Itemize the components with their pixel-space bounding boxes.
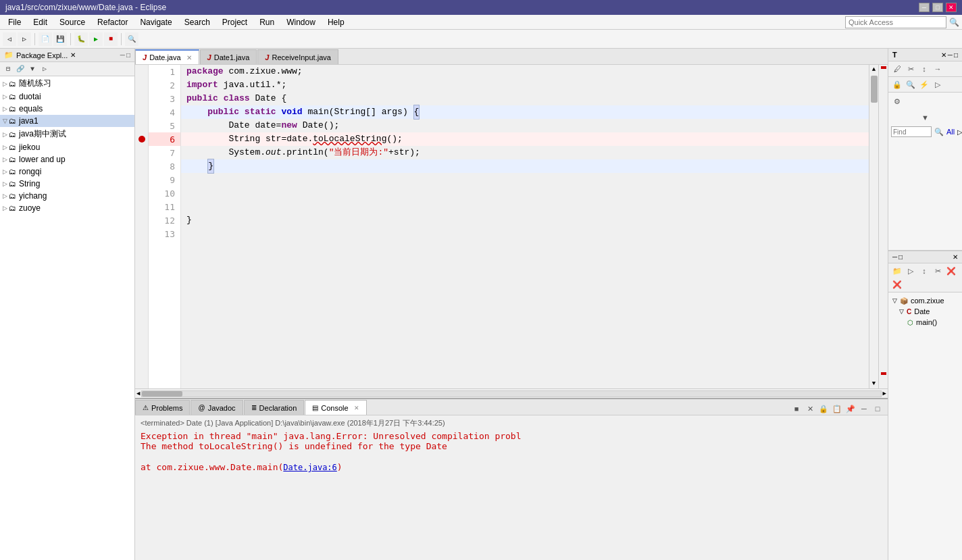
find-next-icon[interactable]: ▷ xyxy=(957,128,962,136)
editor-hscrollbar[interactable]: ◀ ▶ xyxy=(135,388,888,398)
outline-btn-4[interactable]: ✂ xyxy=(932,265,944,277)
toolbar-btn-debug[interactable]: 🐛 xyxy=(74,32,88,46)
tab-javadoc[interactable]: @ Javadoc xyxy=(191,400,243,415)
menu-navigate[interactable]: Navigate xyxy=(134,16,177,28)
outline-item-com-zixue[interactable]: ▽ 📦 com.zixue xyxy=(891,295,959,306)
rp-gear-icon[interactable]: ⚙ xyxy=(891,95,903,107)
menu-source[interactable]: Source xyxy=(54,16,91,28)
rp-btn-5[interactable]: 🔒 xyxy=(891,78,903,91)
console-clear-btn[interactable]: ✕ xyxy=(804,403,816,415)
console-maximize-btn[interactable]: □ xyxy=(871,403,884,415)
outline-btn-2[interactable]: ▷ xyxy=(905,265,917,277)
maximize-button[interactable]: □ xyxy=(932,3,943,12)
scroll-right-btn[interactable]: ▶ xyxy=(882,390,888,397)
menu-file[interactable]: File xyxy=(3,16,26,28)
rph-min-icon[interactable]: ─ xyxy=(948,51,953,59)
outline-btn-3[interactable]: ↕ xyxy=(918,265,930,277)
menu-search[interactable]: Search xyxy=(179,16,216,28)
toolbar-btn-save[interactable]: 💾 xyxy=(53,32,67,46)
menu-help[interactable]: Help xyxy=(322,16,350,28)
sidebar-filter-btn[interactable]: ▷ xyxy=(39,63,50,74)
tab-date-java[interactable]: J Date.java ✕ xyxy=(135,49,199,64)
toolbar-btn-forward[interactable]: ▷ xyxy=(18,32,31,46)
console-scroll-lock-btn[interactable]: 🔒 xyxy=(817,403,830,415)
close-button[interactable]: ✕ xyxy=(946,3,957,12)
tree-item-equals[interactable]: ▷ 🗂 equals xyxy=(0,103,134,115)
tab-declaration[interactable]: ≣ Declaration xyxy=(244,400,305,415)
tab-problems[interactable]: ⚠ Problems xyxy=(135,400,190,415)
rp-btn-8[interactable]: ▷ xyxy=(932,78,944,91)
editor-vscrollbar[interactable]: ▲ ▼ xyxy=(869,65,878,388)
toolbar-btn-search[interactable]: 🔍 xyxy=(125,32,138,46)
menu-run[interactable]: Run xyxy=(254,16,280,28)
scroll-track[interactable] xyxy=(869,74,878,379)
outline-btn-1[interactable]: 📁 xyxy=(891,265,903,277)
rph-max-icon[interactable]: □ xyxy=(954,51,958,59)
code-content[interactable]: package com.zixue.www; import java.util.… xyxy=(181,65,869,388)
rp-btn-7[interactable]: ⚡ xyxy=(918,78,930,91)
toolbar-btn-back[interactable]: ◁ xyxy=(3,32,16,46)
code-line-5: Date date=new Date(); xyxy=(181,119,869,132)
tree-item-jiekou[interactable]: ▷ 🗂 jiekou xyxy=(0,141,134,153)
find-search-icon[interactable]: 🔍 xyxy=(934,128,944,136)
tab-close-icon[interactable]: ✕ xyxy=(186,54,192,61)
rp-btn-2[interactable]: ✂ xyxy=(905,63,917,75)
sidebar-minimize-btn[interactable]: ─ xyxy=(120,51,125,59)
scroll-left-btn[interactable]: ◀ xyxy=(135,390,141,397)
find-all-label[interactable]: All xyxy=(946,128,955,136)
sidebar-link-btn[interactable]: 🔗 xyxy=(15,63,26,74)
toolbar-sep-2 xyxy=(70,33,71,45)
outline-min-icon[interactable]: ─ xyxy=(892,253,897,261)
tab-console[interactable]: ▤ Console ✕ xyxy=(305,400,366,415)
toolbar-btn-new[interactable]: 📄 xyxy=(39,32,52,46)
menu-window[interactable]: Window xyxy=(281,16,321,28)
scroll-thumb[interactable] xyxy=(871,76,878,103)
rp-down-icon[interactable]: ▼ xyxy=(919,111,932,124)
rp-btn-4[interactable]: → xyxy=(932,63,944,75)
hscroll-track[interactable] xyxy=(141,390,881,397)
scroll-down-btn[interactable]: ▼ xyxy=(871,379,877,388)
rp-btn-6[interactable]: 🔍 xyxy=(905,78,917,91)
sidebar-collapse-btn[interactable]: ⊟ xyxy=(3,63,14,74)
sidebar-down-btn[interactable]: ▼ xyxy=(27,63,38,74)
tab-close-console-icon[interactable]: ✕ xyxy=(354,405,359,411)
console-copy-btn[interactable]: 📋 xyxy=(831,403,843,415)
rp-btn-3[interactable]: ↕ xyxy=(918,63,930,75)
outline-x-icon[interactable]: ✕ xyxy=(953,253,958,261)
console-stop-btn[interactable]: ■ xyxy=(790,403,803,415)
tree-item-随机练习[interactable]: ▷ 🗂 随机练习 xyxy=(0,76,134,91)
sidebar-close-icon[interactable]: ✕ xyxy=(70,51,76,59)
outline-max-icon[interactable]: □ xyxy=(898,253,903,261)
hscroll-thumb[interactable] xyxy=(142,391,182,397)
quick-access-input[interactable] xyxy=(845,16,946,28)
tab-receiveinput-java[interactable]: J ReceiveInput.java xyxy=(257,49,338,64)
tab-date1-java[interactable]: J Date1.java xyxy=(200,49,257,64)
menu-project[interactable]: Project xyxy=(217,16,253,28)
rp-btn-1[interactable]: 🖊 xyxy=(891,63,903,75)
tree-item-rongqi[interactable]: ▷ 🗂 rongqi xyxy=(0,166,134,178)
outline-item-main-method[interactable]: ⬡ main() xyxy=(891,317,959,328)
scroll-up-btn[interactable]: ▲ xyxy=(871,65,877,74)
menu-edit[interactable]: Edit xyxy=(28,16,53,28)
menu-refactor[interactable]: Refactor xyxy=(92,16,133,28)
minimize-button[interactable]: ─ xyxy=(919,3,930,12)
toolbar-btn-run[interactable]: ▶ xyxy=(89,32,103,46)
console-error-link[interactable]: Date.java:6 xyxy=(283,463,336,472)
console-minimize-btn[interactable]: ─ xyxy=(858,403,870,415)
tree-item-String[interactable]: ▷ 🗂 String xyxy=(0,178,134,190)
tree-item-yichang[interactable]: ▷ 🗂 yichang xyxy=(0,190,134,202)
outline-btn-5[interactable]: ❌ xyxy=(945,265,957,277)
rph-close-icon[interactable]: ✕ xyxy=(941,51,946,59)
tree-item-java1[interactable]: ▽ 🗂 java1 xyxy=(0,115,134,127)
outline-btn-6[interactable]: ❌ xyxy=(891,278,903,290)
toolbar-btn-stop[interactable]: ■ xyxy=(104,32,118,46)
console-error-line2: The method toLocaleString() is undefined… xyxy=(141,441,882,451)
console-paste-btn[interactable]: 📌 xyxy=(844,403,857,415)
outline-item-date-class[interactable]: ▽ C Date xyxy=(891,306,959,317)
tree-item-duotai[interactable]: ▷ 🗂 duotai xyxy=(0,91,134,103)
tree-item-zuoye[interactable]: ▷ 🗂 zuoye xyxy=(0,202,134,214)
tree-item-java期中测试[interactable]: ▷ 🗂 java期中测试 xyxy=(0,127,134,141)
sidebar-maximize-btn[interactable]: □ xyxy=(126,51,130,59)
tree-item-lower-and-up[interactable]: ▷ 🗂 lower and up xyxy=(0,153,134,166)
find-input[interactable] xyxy=(891,126,932,137)
